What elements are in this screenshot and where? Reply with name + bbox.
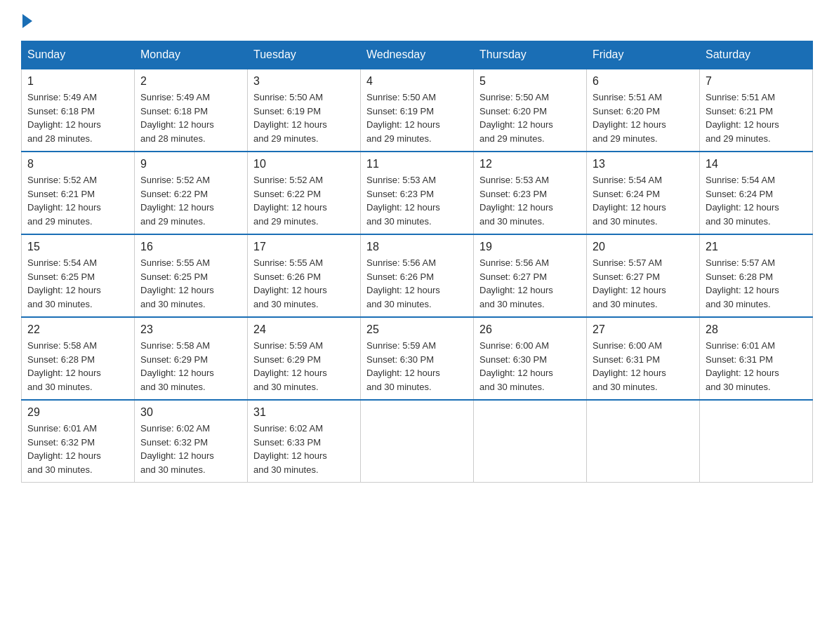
calendar-cell: 12 Sunrise: 5:53 AM Sunset: 6:23 PM Dayl… [474, 152, 587, 234]
day-info: Sunrise: 5:54 AM Sunset: 6:25 PM Dayligh… [27, 256, 128, 311]
header-thursday: Thursday [474, 41, 587, 69]
calendar-cell [587, 400, 700, 483]
day-number: 5 [479, 75, 581, 88]
calendar-cell: 15 Sunrise: 5:54 AM Sunset: 6:25 PM Dayl… [22, 234, 135, 317]
calendar-week-row: 8 Sunrise: 5:52 AM Sunset: 6:21 PM Dayli… [22, 152, 813, 234]
day-info: Sunrise: 5:50 AM Sunset: 6:20 PM Dayligh… [479, 90, 581, 145]
day-info: Sunrise: 5:59 AM Sunset: 6:30 PM Dayligh… [366, 339, 468, 394]
day-number: 11 [366, 158, 468, 170]
calendar-header-row: SundayMondayTuesdayWednesdayThursdayFrid… [22, 41, 813, 69]
day-info: Sunrise: 5:57 AM Sunset: 6:27 PM Dayligh… [593, 256, 694, 311]
calendar-cell: 27 Sunrise: 6:00 AM Sunset: 6:31 PM Dayl… [587, 317, 700, 400]
day-number: 16 [140, 241, 241, 253]
calendar-table: SundayMondayTuesdayWednesdayThursdayFrid… [21, 41, 813, 483]
day-info: Sunrise: 6:02 AM Sunset: 6:33 PM Dayligh… [253, 422, 355, 476]
day-info: Sunrise: 5:57 AM Sunset: 6:28 PM Dayligh… [706, 256, 807, 311]
day-info: Sunrise: 5:50 AM Sunset: 6:19 PM Dayligh… [253, 90, 355, 145]
day-info: Sunrise: 5:59 AM Sunset: 6:29 PM Dayligh… [253, 339, 355, 394]
calendar-cell: 18 Sunrise: 5:56 AM Sunset: 6:26 PM Dayl… [361, 234, 474, 317]
day-number: 22 [27, 323, 128, 336]
day-number: 8 [27, 158, 128, 170]
calendar-cell: 19 Sunrise: 5:56 AM Sunset: 6:27 PM Dayl… [474, 234, 587, 317]
calendar-cell: 25 Sunrise: 5:59 AM Sunset: 6:30 PM Dayl… [361, 317, 474, 400]
calendar-cell: 31 Sunrise: 6:02 AM Sunset: 6:33 PM Dayl… [248, 400, 361, 483]
day-number: 20 [593, 241, 694, 253]
header-monday: Monday [135, 41, 248, 69]
day-number: 27 [593, 323, 694, 336]
day-info: Sunrise: 6:00 AM Sunset: 6:30 PM Dayligh… [479, 339, 581, 394]
day-number: 14 [706, 158, 807, 170]
calendar-cell: 26 Sunrise: 6:00 AM Sunset: 6:30 PM Dayl… [474, 317, 587, 400]
calendar-cell: 6 Sunrise: 5:51 AM Sunset: 6:20 PM Dayli… [587, 69, 700, 152]
logo-text [21, 14, 34, 28]
calendar-cell: 9 Sunrise: 5:52 AM Sunset: 6:22 PM Dayli… [135, 152, 248, 234]
day-number: 29 [27, 406, 128, 419]
day-info: Sunrise: 5:49 AM Sunset: 6:18 PM Dayligh… [140, 90, 241, 145]
calendar-cell: 24 Sunrise: 5:59 AM Sunset: 6:29 PM Dayl… [248, 317, 361, 400]
header-wednesday: Wednesday [361, 41, 474, 69]
calendar-cell: 17 Sunrise: 5:55 AM Sunset: 6:26 PM Dayl… [248, 234, 361, 317]
calendar-cell: 30 Sunrise: 6:02 AM Sunset: 6:32 PM Dayl… [135, 400, 248, 483]
day-info: Sunrise: 5:52 AM Sunset: 6:22 PM Dayligh… [253, 173, 355, 228]
calendar-cell: 1 Sunrise: 5:49 AM Sunset: 6:18 PM Dayli… [22, 69, 135, 152]
day-info: Sunrise: 6:00 AM Sunset: 6:31 PM Dayligh… [593, 339, 694, 394]
calendar-week-row: 29 Sunrise: 6:01 AM Sunset: 6:32 PM Dayl… [22, 400, 813, 483]
day-number: 3 [253, 75, 355, 88]
day-number: 15 [27, 241, 128, 253]
calendar-cell: 14 Sunrise: 5:54 AM Sunset: 6:24 PM Dayl… [700, 152, 813, 234]
calendar-week-row: 22 Sunrise: 5:58 AM Sunset: 6:28 PM Dayl… [22, 317, 813, 400]
logo-arrow-icon [22, 14, 32, 28]
day-number: 7 [706, 75, 807, 88]
day-number: 10 [253, 158, 355, 170]
day-number: 31 [253, 406, 355, 419]
calendar-cell: 7 Sunrise: 5:51 AM Sunset: 6:21 PM Dayli… [700, 69, 813, 152]
day-number: 2 [140, 75, 241, 88]
day-info: Sunrise: 5:55 AM Sunset: 6:25 PM Dayligh… [140, 256, 241, 311]
day-number: 4 [366, 75, 468, 88]
day-number: 12 [479, 158, 581, 170]
calendar-cell: 22 Sunrise: 5:58 AM Sunset: 6:28 PM Dayl… [22, 317, 135, 400]
header-sunday: Sunday [22, 41, 135, 69]
day-info: Sunrise: 6:01 AM Sunset: 6:31 PM Dayligh… [706, 339, 807, 394]
calendar-cell: 13 Sunrise: 5:54 AM Sunset: 6:24 PM Dayl… [587, 152, 700, 234]
day-info: Sunrise: 6:02 AM Sunset: 6:32 PM Dayligh… [140, 422, 241, 476]
day-number: 25 [366, 323, 468, 336]
day-info: Sunrise: 5:51 AM Sunset: 6:21 PM Dayligh… [706, 90, 807, 145]
calendar-cell: 23 Sunrise: 5:58 AM Sunset: 6:29 PM Dayl… [135, 317, 248, 400]
header-tuesday: Tuesday [248, 41, 361, 69]
day-info: Sunrise: 5:52 AM Sunset: 6:22 PM Dayligh… [140, 173, 241, 228]
day-number: 1 [27, 75, 128, 88]
day-info: Sunrise: 5:56 AM Sunset: 6:26 PM Dayligh… [366, 256, 468, 311]
day-number: 13 [593, 158, 694, 170]
day-info: Sunrise: 5:54 AM Sunset: 6:24 PM Dayligh… [593, 173, 694, 228]
day-info: Sunrise: 5:53 AM Sunset: 6:23 PM Dayligh… [366, 173, 468, 228]
calendar-cell: 3 Sunrise: 5:50 AM Sunset: 6:19 PM Dayli… [248, 69, 361, 152]
calendar-cell: 21 Sunrise: 5:57 AM Sunset: 6:28 PM Dayl… [700, 234, 813, 317]
day-info: Sunrise: 5:50 AM Sunset: 6:19 PM Dayligh… [366, 90, 468, 145]
day-number: 17 [253, 241, 355, 253]
calendar-cell: 16 Sunrise: 5:55 AM Sunset: 6:25 PM Dayl… [135, 234, 248, 317]
calendar-week-row: 15 Sunrise: 5:54 AM Sunset: 6:25 PM Dayl… [22, 234, 813, 317]
day-info: Sunrise: 5:55 AM Sunset: 6:26 PM Dayligh… [253, 256, 355, 311]
calendar-cell: 29 Sunrise: 6:01 AM Sunset: 6:32 PM Dayl… [22, 400, 135, 483]
day-number: 30 [140, 406, 241, 419]
day-number: 24 [253, 323, 355, 336]
day-number: 23 [140, 323, 241, 336]
page-header [21, 14, 813, 28]
day-info: Sunrise: 5:51 AM Sunset: 6:20 PM Dayligh… [593, 90, 694, 145]
calendar-cell: 5 Sunrise: 5:50 AM Sunset: 6:20 PM Dayli… [474, 69, 587, 152]
header-friday: Friday [587, 41, 700, 69]
calendar-week-row: 1 Sunrise: 5:49 AM Sunset: 6:18 PM Dayli… [22, 69, 813, 152]
calendar-cell [361, 400, 474, 483]
day-info: Sunrise: 5:52 AM Sunset: 6:21 PM Dayligh… [27, 173, 128, 228]
day-number: 21 [706, 241, 807, 253]
calendar-cell: 20 Sunrise: 5:57 AM Sunset: 6:27 PM Dayl… [587, 234, 700, 317]
day-info: Sunrise: 5:56 AM Sunset: 6:27 PM Dayligh… [479, 256, 581, 311]
day-number: 6 [593, 75, 694, 88]
day-number: 28 [706, 323, 807, 336]
day-number: 26 [479, 323, 581, 336]
day-number: 18 [366, 241, 468, 253]
day-info: Sunrise: 5:58 AM Sunset: 6:28 PM Dayligh… [27, 339, 128, 394]
calendar-cell: 28 Sunrise: 6:01 AM Sunset: 6:31 PM Dayl… [700, 317, 813, 400]
day-info: Sunrise: 5:58 AM Sunset: 6:29 PM Dayligh… [140, 339, 241, 394]
